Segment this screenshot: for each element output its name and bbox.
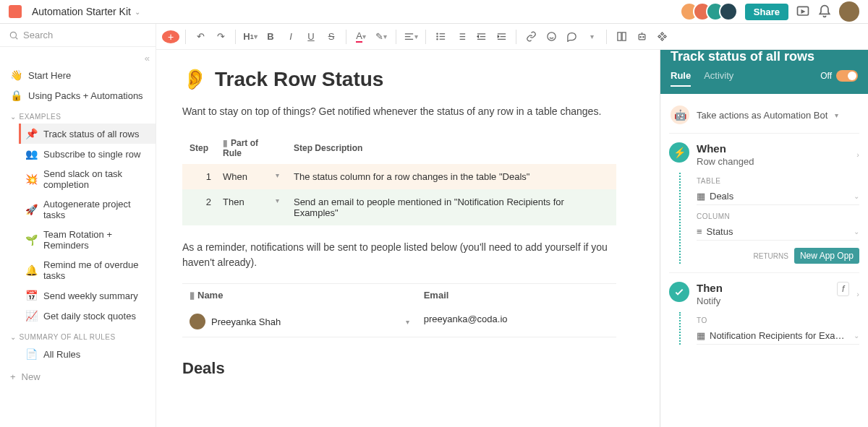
document-body[interactable]: 👂Track Row Status Want to stay on top of… — [156, 24, 660, 427]
table-row[interactable]: 1 When ▾ The status column for a row cha… — [182, 164, 616, 189]
column-field[interactable]: ≡ Status ⌄ — [697, 223, 859, 241]
ear-icon: 👂 — [182, 67, 208, 91]
cell-part: Then ▾ — [216, 189, 286, 225]
sidebar-section-examples[interactable]: ⌄EXAMPLES — [0, 105, 156, 124]
comment-button[interactable] — [563, 28, 580, 46]
sidebar-item-track-status[interactable]: 📌Track status of all rows — [19, 124, 156, 144]
to-field[interactable]: ▦ Notification Recipients for Exa… ⌄ — [697, 327, 859, 345]
search-input[interactable]: Search — [0, 24, 156, 47]
heading-button[interactable]: H1 ▾ — [242, 28, 259, 46]
col-step: Step — [182, 132, 216, 164]
new-page-button[interactable]: +New — [0, 364, 156, 389]
bot-label: Take actions as Automation Bot — [697, 110, 827, 121]
field-label-column: COLUMN — [697, 212, 859, 220]
returns-label: RETURNS — [754, 252, 788, 260]
avatar — [719, 2, 738, 21]
indent-button[interactable] — [493, 28, 510, 46]
automation-button[interactable] — [633, 28, 650, 46]
chevron-down-icon[interactable]: ▾ — [406, 318, 409, 326]
insert-button[interactable]: + — [162, 30, 179, 43]
table-icon: ▦ — [697, 330, 705, 341]
chevron-down-icon[interactable]: ▾ — [276, 171, 279, 179]
intro-text: Want to stay on top of things? Get notif… — [182, 104, 634, 119]
toggle-switch[interactable] — [836, 70, 858, 82]
link-button[interactable] — [522, 28, 540, 46]
column-icon: ≡ — [697, 226, 702, 237]
formula-button[interactable]: f — [837, 282, 849, 296]
then-step[interactable]: Then Notify f › — [669, 282, 859, 306]
cell-desc: Send an email to people mentioned in "No… — [286, 189, 616, 225]
chevron-down-icon: ⌄ — [135, 8, 140, 16]
label: Get daily stock quotes — [43, 311, 136, 322]
cell-desc: The status column for a row changes in t… — [286, 164, 616, 189]
outdent-button[interactable] — [472, 28, 490, 46]
sidebar-item-packs[interactable]: 🔒Using Packs + Automations — [0, 85, 156, 105]
field-value: Notification Recipients for Exa… — [710, 330, 844, 341]
present-icon[interactable] — [796, 4, 810, 19]
table-field[interactable]: ▦ Deals ⌄ — [697, 188, 859, 205]
field-label-table: TABLE — [697, 177, 859, 185]
returns-row: RETURNS New App Opp — [697, 248, 859, 264]
bold-button[interactable]: B — [262, 28, 279, 46]
pin-icon: 📌 — [25, 128, 38, 139]
sidebar-item-slack[interactable]: 💥Send slack on task completion — [19, 164, 156, 194]
table-row[interactable]: Preeyanka Shah▾ preeyanka@coda.io — [182, 306, 616, 337]
when-step[interactable]: ⚡ When Row changed › — [669, 142, 859, 167]
emoji-button[interactable] — [542, 28, 560, 46]
col-name: ▮Name — [182, 284, 417, 307]
table-row[interactable]: 2 Then ▾ Send an email to people mention… — [182, 189, 616, 225]
step-subtitle: Notify — [697, 296, 830, 306]
people-icon: 👥 — [25, 148, 38, 160]
recipients-table: ▮Name Email Preeyanka Shah▾ preeyanka@co… — [182, 283, 616, 337]
sidebar-item-overdue[interactable]: 🔔Remind me of overdue tasks — [19, 255, 156, 285]
chevron-right-icon: › — [856, 290, 859, 298]
share-button[interactable]: Share — [745, 4, 788, 20]
sidebar-item-stock[interactable]: 📈Get daily stock quotes — [19, 306, 156, 326]
sidebar-item-subscribe[interactable]: 👥Subscribe to single row — [19, 144, 156, 164]
doc-title[interactable]: Automation Starter Kit ⌄ — [32, 6, 140, 17]
collapse-sidebar-icon[interactable]: « — [0, 51, 156, 65]
strike-button[interactable]: S — [323, 28, 340, 46]
sidebar-section-summary[interactable]: ⌄SUMMARY OF ALL RULES — [0, 326, 156, 344]
chevron-down-icon[interactable]: ▾ — [276, 197, 279, 204]
label: Send slack on task completion — [43, 168, 145, 190]
app-logo[interactable] — [9, 5, 22, 18]
automation-toggle[interactable]: Off — [820, 70, 858, 82]
tab-activity[interactable]: Activity — [704, 70, 733, 87]
bot-actor-row[interactable]: 🤖 Take actions as Automation Bot ▾ — [669, 103, 859, 133]
chevron-right-icon: › — [856, 150, 859, 159]
sidebar-item-rotation[interactable]: 🌱Team Rotation + Reminders — [19, 225, 156, 255]
redo-button[interactable]: ↷ — [212, 28, 229, 46]
bullet-list-button[interactable] — [432, 28, 449, 46]
label: Autogenerate project tasks — [43, 199, 145, 220]
chevron-down-icon: ⌄ — [10, 333, 17, 341]
bell-icon: 🔔 — [25, 264, 38, 276]
plus-icon: + — [10, 371, 16, 382]
automation-title: Track status of all rows — [671, 49, 858, 64]
automation-panel: ‹ Automations ⋮ ✕ Track status of all ro… — [660, 24, 868, 427]
sidebar-item-all-rules[interactable]: 📄All Rules — [19, 344, 156, 364]
layout-button[interactable] — [613, 28, 630, 46]
boom-icon: 💥 — [25, 173, 38, 185]
returns-pill[interactable]: New App Opp — [794, 248, 859, 264]
text-color-button[interactable]: A ▾ — [352, 28, 370, 46]
label: EXAMPLES — [20, 113, 61, 121]
packs-button[interactable] — [653, 28, 671, 46]
sidebar-item-weekly[interactable]: 📅Send weekly summary — [19, 285, 156, 306]
number-list-button[interactable] — [452, 28, 469, 46]
user-avatar[interactable] — [839, 1, 859, 22]
svg-point-10 — [642, 37, 643, 38]
more-button[interactable]: ▾ — [583, 28, 600, 46]
underline-button[interactable]: U — [302, 28, 320, 46]
align-button[interactable]: ▾ — [402, 28, 420, 46]
sidebar-item-autogen[interactable]: 🚀Autogenerate project tasks — [19, 194, 156, 225]
highlight-button[interactable]: ✎ ▾ — [373, 28, 390, 46]
undo-button[interactable]: ↶ — [192, 28, 209, 46]
notifications-icon[interactable] — [817, 4, 832, 19]
label: Team Rotation + Reminders — [43, 229, 145, 251]
lightning-icon: ⚡ — [669, 142, 689, 163]
sidebar-item-start[interactable]: 👋Start Here — [0, 65, 156, 85]
tab-rule[interactable]: Rule — [671, 70, 691, 87]
italic-button[interactable]: I — [282, 28, 299, 46]
collaborator-avatars[interactable] — [686, 2, 738, 21]
